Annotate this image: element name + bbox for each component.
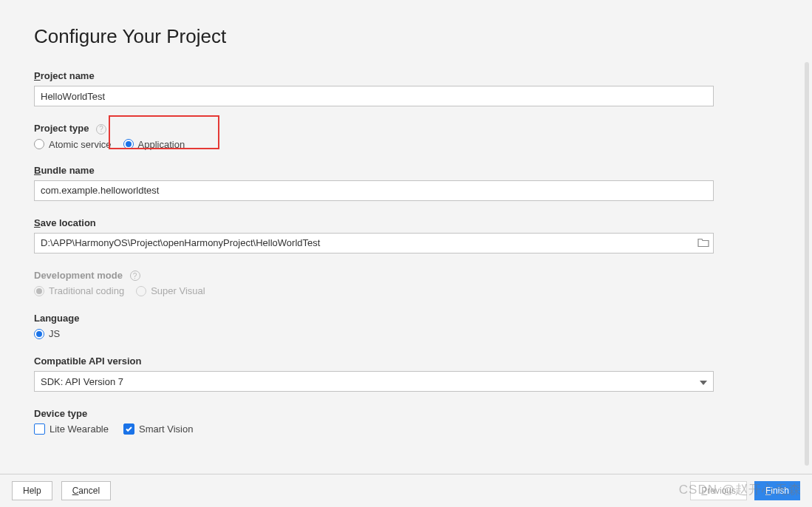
field-dev-mode: Development mode ? Traditional coding Su… [34,270,751,297]
scrollbar-track[interactable] [805,62,809,467]
save-location-label: Save location [34,217,751,228]
radio-traditional-coding: Traditional coding [34,285,124,296]
field-project-name: Project name [34,70,751,106]
project-name-label: Project name [34,70,751,81]
checkbox-lite-wearable[interactable]: Lite Wearable [34,423,109,435]
form-content: Configure Your Project Project name Proj… [34,25,751,451]
field-bundle-name: Bundle name [34,165,751,201]
help-icon[interactable]: ? [130,270,140,281]
radio-super-visual: Super Visual [136,285,205,296]
project-name-input[interactable] [34,86,714,106]
bundle-name-input[interactable] [34,180,714,201]
checkbox-smart-vision[interactable]: Smart Vision [123,423,193,435]
finish-button[interactable]: Finish [754,481,800,500]
api-version-label: Compatible API version [34,355,751,367]
footer-bar: Help Cancel Previous Finish [0,474,812,507]
api-version-dropdown[interactable]: SDK: API Version 7 [34,371,714,392]
annotation-highlight [109,115,219,149]
cancel-button[interactable]: Cancel [61,481,111,500]
api-version-value: SDK: API Version 7 [41,376,123,387]
language-label: Language [34,313,751,324]
field-save-location: Save location [34,217,751,254]
scrollbar-thumb[interactable] [805,62,809,466]
help-button[interactable]: Help [12,481,52,500]
radio-atomic-service[interactable]: Atomic service [34,139,112,150]
save-location-input[interactable] [34,233,714,254]
help-icon[interactable]: ? [96,124,106,135]
device-type-label: Device type [34,408,751,419]
field-language: Language JS [34,313,751,339]
field-api-version: Compatible API version SDK: API Version … [34,355,751,392]
radio-js[interactable]: JS [34,328,60,339]
bundle-name-label: Bundle name [34,165,751,176]
chevron-down-icon [700,376,707,387]
page-title: Configure Your Project [34,25,751,48]
dev-mode-label: Development mode ? [34,270,751,282]
dialog-root: Configure Your Project Project name Proj… [0,0,812,507]
field-device-type: Device type Lite Wearable Smart Vision [34,408,751,435]
folder-icon[interactable] [697,237,709,249]
previous-button: Previous [690,481,747,500]
